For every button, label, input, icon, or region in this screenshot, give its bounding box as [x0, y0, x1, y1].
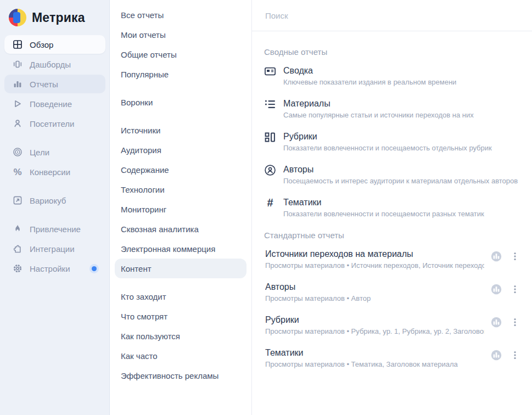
puzzle-icon: [13, 244, 23, 254]
category-item-what-they-view[interactable]: Что смотрят: [115, 306, 247, 326]
report-description: Просмотры материалов • Автор: [265, 294, 484, 304]
sidebar-item-dashboards[interactable]: Дашборды: [4, 55, 105, 74]
category-label: Как часто: [121, 351, 158, 361]
sidebar-item-integrations[interactable]: Интеграции: [4, 239, 105, 258]
report-title: Рубрики: [283, 131, 492, 142]
summary-report-summary[interactable]: СводкаКлючевые показатели издания в реал…: [264, 65, 519, 87]
report-title: Рубрики: [265, 315, 484, 326]
sidebar-item-behavior[interactable]: Поведение: [4, 94, 105, 113]
kebab-menu-icon[interactable]: [511, 251, 519, 261]
chart-circle-icon[interactable]: [491, 284, 502, 295]
sidebar-item-label: Конверсии: [30, 167, 70, 177]
category-label: Общие отчеты: [121, 50, 177, 59]
category-item-my-reports[interactable]: Мои отчеты: [115, 25, 247, 44]
category-item-how-often[interactable]: Как часто: [115, 346, 247, 366]
summary-report-topics[interactable]: #ТематикиПоказатели вовлеченности и посе…: [264, 197, 519, 219]
report-actions: [491, 317, 519, 328]
category-item-technologies[interactable]: Технологии: [115, 180, 247, 199]
summary-report-rubrics[interactable]: РубрикиПоказатели вовлеченности и посеща…: [264, 131, 519, 153]
kebab-menu-icon[interactable]: [511, 284, 519, 294]
sidebar-item-goals[interactable]: Цели: [4, 143, 105, 161]
category-label: Мои отчеты: [121, 30, 166, 40]
category-label: Технологии: [121, 185, 165, 194]
category-label: Аудитория: [121, 145, 161, 155]
sidebar-item-label: Дашборды: [30, 60, 71, 69]
sidebar-item-label: Отчеты: [30, 80, 58, 89]
gear-icon: [13, 263, 23, 273]
standard-report-authors[interactable]: АвторыПросмотры материалов • Автор: [264, 282, 519, 304]
summary-report-authors[interactable]: АвторыПосещаемость и интерес аудитории к…: [264, 164, 519, 186]
report-description: Ключевые показатели издания в реальном в…: [283, 77, 456, 87]
person-circle-icon: [264, 164, 276, 176]
blocks-icon: [264, 131, 276, 143]
sidebar-item-conversions[interactable]: %Конверсии: [4, 162, 105, 181]
report-description: Просмотры материалов • Источник переходо…: [265, 261, 484, 271]
sidebar-item-label: Цели: [30, 148, 49, 157]
report-title: Тематики: [283, 197, 484, 208]
chart-circle-icon[interactable]: [491, 251, 502, 262]
report-categories-panel: Все отчетыМои отчетыОбщие отчетыПопулярн…: [110, 0, 252, 415]
sidebar-item-label: Посетители: [30, 119, 74, 128]
standard-report-rubrics[interactable]: РубрикиПросмотры материалов • Рубрика, у…: [264, 315, 519, 337]
category-item-all-reports[interactable]: Все отчеты: [115, 5, 247, 25]
report-title: Авторы: [283, 164, 518, 175]
summary-report-list: СводкаКлючевые показатели издания в реал…: [264, 65, 519, 219]
standard-report-material-traffic-sources[interactable]: Источники переходов на материалыПросмотр…: [264, 249, 519, 271]
target-icon: [13, 147, 23, 157]
category-label: Воронки: [121, 98, 153, 107]
dashboards-icon: [13, 59, 23, 69]
report-description: Просмотры материалов • Рубрика, ур. 1, Р…: [265, 327, 484, 337]
variocube-icon: [13, 195, 23, 205]
board-icon: [264, 65, 276, 77]
summary-report-materials[interactable]: МатериалыСамые популярные статьи и источ…: [264, 98, 519, 120]
sidebar-item-label: Настройки: [30, 264, 70, 273]
search-row: [252, 0, 532, 31]
kebab-menu-icon[interactable]: [511, 317, 519, 327]
sidebar-item-visitors[interactable]: Посетители: [4, 114, 105, 133]
standard-report-list: Источники переходов на материалыПросмотр…: [264, 249, 519, 369]
search-input[interactable]: [264, 10, 520, 21]
metrica-logo[interactable]: Метрика: [0, 0, 110, 34]
percent-icon: %: [13, 167, 23, 177]
flame-icon: [13, 224, 23, 234]
category-item-audience[interactable]: Аудитория: [115, 140, 247, 160]
category-item-popular[interactable]: Популярные: [115, 64, 247, 84]
sidebar-item-label: Интеграции: [30, 244, 75, 254]
sidebar-item-settings[interactable]: Настройки: [4, 259, 105, 278]
standard-reports-section: Стандартные отчеты Источники переходов н…: [264, 230, 519, 369]
category-label: Все отчеты: [121, 10, 164, 20]
report-description: Показатели вовлеченности и посещаемости …: [283, 209, 484, 219]
sidebar-item-reports[interactable]: Отчеты: [4, 75, 105, 93]
sidebar-item-overview[interactable]: Обзор: [4, 35, 105, 54]
category-item-monitoring[interactable]: Мониторинг: [115, 199, 247, 219]
category-label: Эффективность рекламы: [121, 371, 219, 380]
metrica-logo-icon: [9, 9, 26, 26]
category-item-content[interactable]: Контент: [115, 259, 247, 278]
sidebar-item-variocube[interactable]: Вариокуб: [4, 191, 105, 210]
report-title: Сводка: [283, 65, 456, 76]
category-item-ecommerce[interactable]: Электронная коммерция: [115, 239, 247, 259]
category-item-funnels[interactable]: Воронки: [115, 92, 247, 112]
chart-circle-icon[interactable]: [491, 317, 502, 328]
category-item-common-reports[interactable]: Общие отчеты: [115, 44, 247, 64]
category-label: Что смотрят: [121, 312, 167, 321]
standard-report-topics[interactable]: ТематикиПросмотры материалов • Тематика,…: [264, 347, 519, 369]
sidebar-item-label: Поведение: [30, 99, 72, 109]
sidebar-item-acquisition[interactable]: Привлечение: [4, 220, 105, 238]
reports-content: Сводные отчеты СводкаКлючевые показатели…: [252, 31, 532, 380]
standard-section-header: Стандартные отчеты: [264, 230, 519, 241]
settings-notification-dot: [89, 264, 99, 273]
category-item-who-visits[interactable]: Кто заходит: [115, 287, 247, 306]
category-item-how-they-use[interactable]: Как пользуются: [115, 326, 247, 346]
kebab-menu-icon[interactable]: [511, 350, 519, 360]
summary-reports-section: Сводные отчеты СводкаКлючевые показатели…: [264, 47, 519, 219]
category-item-ad-effectiveness[interactable]: Эффективность рекламы: [115, 366, 247, 385]
list-icon: [264, 98, 276, 110]
category-label: Мониторинг: [121, 205, 166, 214]
chart-circle-icon[interactable]: [491, 350, 502, 361]
category-item-end-to-end-analytics[interactable]: Сквозная аналитика: [115, 219, 247, 239]
category-item-site-content[interactable]: Содержание: [115, 160, 247, 180]
category-item-sources[interactable]: Источники: [115, 120, 247, 140]
report-description: Посещаемость и интерес аудитории к матер…: [283, 176, 518, 186]
report-actions: [491, 350, 519, 361]
